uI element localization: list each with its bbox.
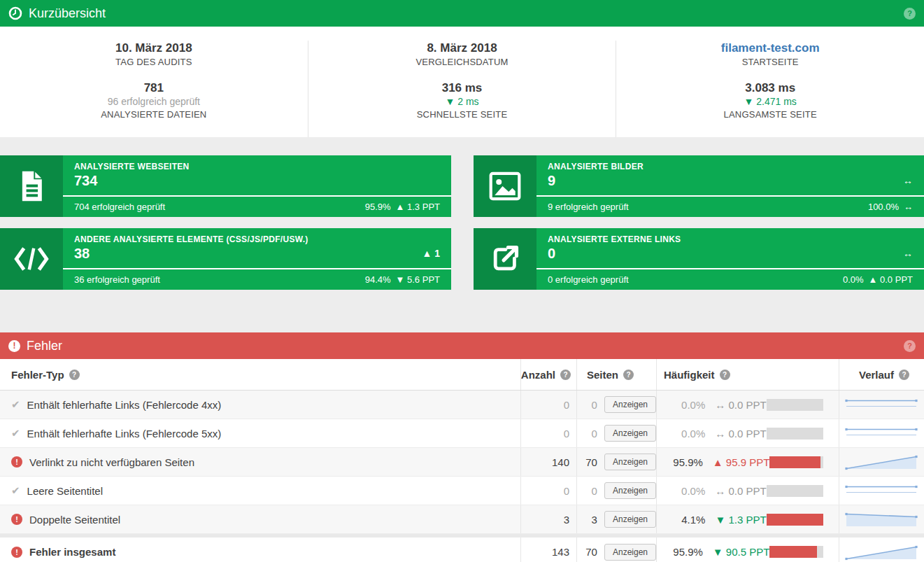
summary-column: 8. März 2018 VERGLEICHSDATUM 316 ms ▼ 2 … xyxy=(308,41,616,137)
summary-value: 781 xyxy=(0,80,308,95)
card-body: ANALYSIERTE BILDER 9 ↔ 9 erfolgreich gep… xyxy=(536,155,924,217)
frequency-bar-fill xyxy=(769,456,820,468)
overview-header: Kurzübersicht ? xyxy=(0,0,924,27)
help-icon[interactable]: ? xyxy=(560,370,571,380)
summary-top-block: 10. März 2018 TAG DES AUDITS xyxy=(0,41,308,80)
help-icon[interactable]: ? xyxy=(69,370,80,380)
frequency-change: ▼ 1.3 PPT xyxy=(715,514,766,526)
frequency-value: 95.9% xyxy=(664,546,703,558)
summary-value: 3.083 ms xyxy=(616,80,924,95)
card-value: 0 xyxy=(548,245,555,262)
image-icon xyxy=(474,155,536,217)
stat-card: ANALYSIERTE BILDER 9 ↔ 9 erfolgreich gep… xyxy=(474,155,924,217)
cards-section: ANALYSIERTE WEBSEITEN 734 704 erfolgreic… xyxy=(0,137,924,332)
help-icon[interactable]: ? xyxy=(720,370,730,380)
frequency-change: ▲ 95.9 PPT xyxy=(713,456,770,468)
error-type-label: Verlinkt zu nicht verfügbaren Seiten xyxy=(29,456,194,468)
summary-value: 10. März 2018 xyxy=(0,41,308,55)
summary-value: 316 ms xyxy=(308,80,616,95)
summary-label: VERGLEICHSDATUM xyxy=(308,55,616,69)
frequency-change: ↔ 0.0 PPT xyxy=(715,399,766,411)
check-icon: ✔ xyxy=(11,398,20,411)
summary-bottom-block: 316 ms ▼ 2 ms SCHNELLSTE SEITE xyxy=(308,80,616,121)
trend-sparkline xyxy=(845,395,918,414)
error-type-label: Enthält fehlerhafte Links (Fehlercode 4x… xyxy=(27,399,222,411)
card-checked-count: 0 erfolgreich geprüft xyxy=(548,274,629,285)
card-percentage: 0.0% xyxy=(843,274,864,285)
document-icon xyxy=(0,155,63,217)
card-percentage-change: ↔ xyxy=(904,202,913,212)
table-row: ! Doppelte Seitentitel 3 3 Anzeigen 4.1%… xyxy=(0,505,924,534)
show-button[interactable]: Anzeigen xyxy=(604,482,656,499)
error-count: 143 xyxy=(552,546,569,558)
summary-label: ANALYSIERTE DATEIEN xyxy=(0,108,308,121)
show-button[interactable]: Anzeigen xyxy=(604,511,656,528)
help-icon[interactable]: ? xyxy=(623,370,634,380)
frequency-change: ↔ 0.0 PPT xyxy=(715,428,766,440)
card-checked-count: 704 erfolgreich geprüft xyxy=(74,202,165,212)
pages-count: 70 xyxy=(577,546,597,558)
errors-table: Fehler-Typ ? Anzahl ? Seiten ? Häufigkei… xyxy=(0,359,924,562)
trend-sparkline xyxy=(845,482,918,500)
help-icon[interactable]: ? xyxy=(904,340,916,352)
frequency-bar xyxy=(769,546,823,558)
error-count: 0 xyxy=(564,485,569,497)
table-header-row: Fehler-Typ ? Anzahl ? Seiten ? Häufigkei… xyxy=(0,359,924,391)
card-percentage-change: ▲ 1.3 PPT xyxy=(396,202,440,212)
summary-column: filament-test.com STARTSEITE 3.083 ms ▼ … xyxy=(616,41,924,137)
trend-sparkline xyxy=(845,424,918,442)
check-icon: ✔ xyxy=(11,484,20,497)
summary-change: 96 erfolgreich geprüft xyxy=(0,95,308,108)
audit-summary: 10. März 2018 TAG DES AUDITS 781 96 erfo… xyxy=(0,27,924,137)
frequency-bar xyxy=(767,428,823,440)
summary-change: ▼ 2 ms xyxy=(308,95,616,108)
pages-count: 0 xyxy=(577,428,597,440)
start-page-link[interactable]: filament-test.com xyxy=(616,41,924,55)
summary-bottom-block: 781 96 erfolgreich geprüft ANALYSIERTE D… xyxy=(0,80,308,121)
show-button[interactable]: Anzeigen xyxy=(604,396,656,413)
page-title: Kurzübersicht xyxy=(29,6,106,21)
summary-label: SCHNELLSTE SEITE xyxy=(308,108,616,121)
frequency-value: 0.0% xyxy=(664,399,705,411)
trend-sparkline xyxy=(845,543,918,561)
frequency-value: 95.9% xyxy=(664,456,703,468)
errors-title: Fehler xyxy=(27,339,62,353)
card-change-indicator: ↔ xyxy=(903,248,913,259)
card-value: 734 xyxy=(74,172,97,189)
card-percentage-change: ▲ 0.0 PPT xyxy=(869,274,913,285)
help-icon[interactable]: ? xyxy=(899,370,909,380)
show-button[interactable]: Anzeigen xyxy=(604,544,656,561)
error-type-label: Fehler insgesamt xyxy=(29,546,115,558)
summary-column: 10. März 2018 TAG DES AUDITS 781 96 erfo… xyxy=(0,41,308,137)
table-row: ✔ Enthält fehlerhafte Links (Fehlercode … xyxy=(0,419,924,448)
card-percentage: 94.4% xyxy=(365,274,391,285)
pages-count: 70 xyxy=(577,456,597,468)
column-header-trend: Verlauf xyxy=(859,369,894,381)
help-icon[interactable]: ? xyxy=(904,8,916,20)
card-value: 9 xyxy=(548,172,555,189)
frequency-value: 0.0% xyxy=(664,428,705,440)
frequency-bar xyxy=(767,514,823,526)
summary-top-block: 8. März 2018 VERGLEICHSDATUM xyxy=(308,41,616,80)
show-button[interactable]: Anzeigen xyxy=(604,425,656,442)
stat-card: ANALYSIERTE EXTERNE LINKS 0 ↔ 0 erfolgre… xyxy=(474,228,924,290)
summary-value: 8. März 2018 xyxy=(308,41,616,55)
card-percentage: 95.9% xyxy=(365,202,391,212)
frequency-bar xyxy=(767,399,823,411)
error-icon: ! xyxy=(11,456,22,468)
error-type-label: Leere Seitentitel xyxy=(27,485,103,497)
card-checked-count: 9 erfolgreich geprüft xyxy=(548,202,629,212)
show-button[interactable]: Anzeigen xyxy=(604,454,656,470)
column-header-count: Anzahl xyxy=(521,369,555,381)
card-checked-count: 36 erfolgreich geprüft xyxy=(74,274,160,285)
table-row: ✔ Leere Seitentitel 0 0 Anzeigen 0.0% ↔ … xyxy=(0,477,924,505)
card-label: ANALYSIERTE WEBSEITEN xyxy=(74,162,440,171)
frequency-bar-fill xyxy=(769,546,816,558)
pages-count: 0 xyxy=(577,485,597,497)
table-row: ! Fehler insgesamt 143 70 Anzeigen 95.9%… xyxy=(0,534,924,562)
stat-card: ANALYSIERTE WEBSEITEN 734 704 erfolgreic… xyxy=(0,155,451,217)
card-body: ANALYSIERTE WEBSEITEN 734 704 erfolgreic… xyxy=(63,155,451,217)
card-value: 38 xyxy=(74,245,90,262)
summary-label: LANGSAMSTE SEITE xyxy=(616,108,924,121)
summary-change: ▼ 2.471 ms xyxy=(616,95,924,108)
